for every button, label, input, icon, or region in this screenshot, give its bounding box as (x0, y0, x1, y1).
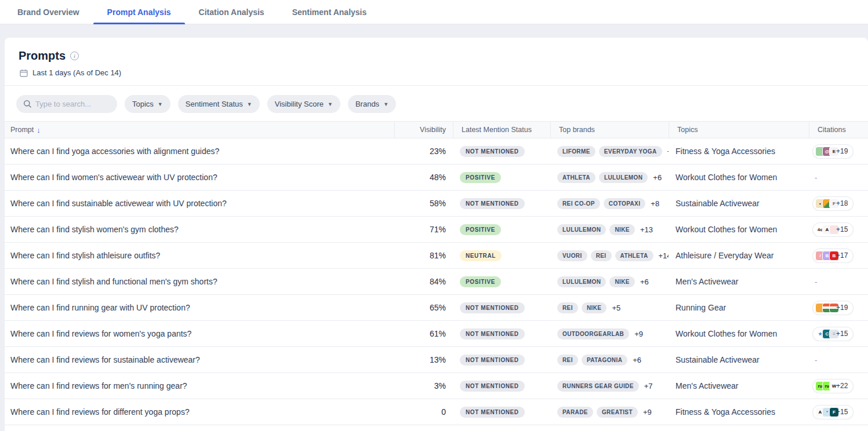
mention-status-badge: NOT MENTIONED (460, 381, 525, 392)
brands-more-count[interactable]: +6 (640, 277, 649, 286)
filter-dropdown-label: Visibility Score (275, 100, 324, 108)
table-row[interactable]: Where can I find stylish women's gym clo… (5, 217, 868, 243)
date-range-label: Last 1 days (As of Dec 14) (32, 68, 121, 77)
prompt-text[interactable]: Where can I find women's activewear with… (5, 173, 394, 182)
citations-cell: +19 (809, 301, 868, 315)
brand-pill[interactable]: REI (557, 302, 578, 313)
table-row[interactable]: Where can I find running gear with UV pr… (5, 295, 868, 321)
citations-cell: ★C≡+15 (809, 327, 868, 341)
mention-status-badge: POSITIVE (460, 224, 501, 235)
column-header-prompt[interactable]: Prompt ↓ (5, 122, 394, 138)
column-header-visibility[interactable]: Visibility (394, 122, 453, 138)
citations-more-count: +17 (836, 251, 848, 260)
brands-more-count[interactable]: +8 (651, 199, 659, 208)
citations-more-count: +15 (836, 330, 848, 338)
citations-pill[interactable]: /BB+17 (812, 249, 854, 263)
prompt-text[interactable]: Where can I find reviews for sustainable… (5, 355, 394, 364)
prompt-text[interactable]: Where can I find running gear with UV pr… (5, 303, 394, 312)
table-row[interactable]: Where can I find yoga accessories with a… (5, 138, 868, 165)
brands-more-count[interactable]: +6 (653, 173, 662, 182)
top-brands-cell: REI CO-OPCOTOPAXI+8 (550, 198, 669, 209)
top-brands-cell: OUTDOORGEARLAB+9 (550, 328, 669, 339)
brand-pill[interactable]: EVERYDAY YOGA (599, 146, 662, 157)
citations-pill[interactable]: +19 (812, 301, 854, 315)
brands-more-count[interactable]: +9 (643, 408, 652, 417)
brands-more-count[interactable]: +13 (640, 225, 653, 234)
table-row[interactable]: Where can I find reviews for different y… (5, 399, 868, 425)
brands-more-count[interactable]: +14 (659, 251, 669, 260)
brand-pill[interactable]: NIKE (609, 276, 635, 287)
brand-pill[interactable]: REI (591, 250, 612, 261)
prompt-text[interactable]: Where can I find sustainable activewear … (5, 199, 394, 208)
citations-pill[interactable]: 4oA+15 (812, 222, 854, 237)
brand-pill[interactable]: NIKE (582, 302, 607, 313)
citations-pill[interactable]: •F+18 (812, 196, 854, 211)
filter-dropdown-brands[interactable]: Brands▼ (348, 95, 396, 113)
brand-pill[interactable]: NIKE (609, 224, 635, 235)
citations-cell: 4oA+15 (809, 222, 868, 237)
brand-pill[interactable]: PARADE (557, 407, 593, 418)
citations-cell: ruruW+22 (809, 379, 868, 393)
column-header-citations[interactable]: Citations (809, 122, 868, 138)
brand-pill[interactable]: REI CO-OP (557, 198, 600, 209)
prompt-text[interactable]: Where can I find reviews for different y… (5, 407, 394, 417)
column-header-latest-mention-status[interactable]: Latest Mention Status (453, 122, 550, 138)
column-header-top-brands[interactable]: Top brands (550, 122, 669, 138)
brand-pill[interactable]: COTOPAXI (604, 198, 646, 209)
brands-more-count[interactable]: +5 (612, 304, 620, 312)
prompt-text[interactable]: Where can I find yoga accessories with a… (5, 147, 394, 156)
tab-prompt-analysis[interactable]: Prompt Analysis (93, 0, 185, 24)
chevron-down-icon: ▼ (328, 101, 333, 107)
brand-pill[interactable]: ATHLETA (615, 250, 653, 261)
table-row[interactable]: Where can I find reviews for women's yog… (5, 321, 868, 347)
brand-pill[interactable]: LULULEMON (557, 276, 606, 287)
status-cell: NOT MENTIONED (453, 354, 550, 366)
brand-pill[interactable]: LULULEMON (557, 224, 606, 235)
brand-pill[interactable]: REI (557, 355, 578, 366)
prompt-text[interactable]: Where can I find stylish and functional … (5, 277, 394, 286)
brand-pill[interactable]: PATAGONIA (582, 355, 627, 366)
info-icon[interactable]: i (70, 52, 79, 60)
brand-pill[interactable]: VUORI (557, 250, 587, 261)
brand-pill[interactable]: LIFORME (557, 146, 595, 157)
brands-more-count[interactable]: +6 (633, 356, 641, 364)
brands-more-count[interactable]: +9 (634, 330, 643, 338)
status-cell: NOT MENTIONED (453, 302, 550, 313)
table-row[interactable]: Where can I find reviews for sustainable… (5, 347, 868, 373)
prompt-text[interactable]: Where can I find stylish athleisure outf… (5, 251, 394, 260)
filter-dropdown-visibility-score[interactable]: Visibility Score▼ (267, 95, 340, 113)
filter-dropdown-topics[interactable]: Topics▼ (125, 95, 170, 113)
citations-pill[interactable]: @E+19 (812, 144, 854, 159)
table-row[interactable]: Where can I find stylish and functional … (5, 269, 868, 295)
prompt-text[interactable]: Where can I find reviews for women's yog… (5, 329, 394, 338)
mention-status-badge: NOT MENTIONED (460, 146, 525, 157)
sort-desc-icon[interactable]: ↓ (37, 126, 41, 134)
brand-pill[interactable]: LULULEMON (599, 172, 648, 183)
brand-pill[interactable]: OUTDOORGEARLAB (557, 328, 629, 339)
table-row[interactable]: Where can I find reviews for men's runni… (5, 373, 868, 399)
citations-pill[interactable]: A*F+15 (812, 405, 854, 419)
filter-dropdown-sentiment-status[interactable]: Sentiment Status▼ (178, 95, 260, 113)
citations-pill[interactable]: ruruW+22 (812, 379, 854, 393)
citations-pill[interactable]: ★C≡+15 (812, 327, 854, 341)
status-cell: POSITIVE (453, 224, 550, 235)
brands-more-count[interactable]: +7 (644, 382, 653, 390)
brand-pill[interactable]: GREATIST (597, 407, 638, 418)
chevron-down-icon: ▼ (247, 101, 252, 107)
table-row[interactable]: Where can I find stylish athleisure outf… (5, 243, 868, 269)
mention-status-badge: NOT MENTIONED (460, 355, 525, 366)
prompt-text[interactable]: Where can I find stylish women's gym clo… (5, 225, 394, 234)
prompt-text[interactable]: Where can I find reviews for men's runni… (5, 381, 394, 390)
tab-citation-analysis[interactable]: Citation Analysis (185, 0, 278, 24)
brand-pill[interactable]: RUNNERS GEAR GUIDE (557, 381, 639, 392)
tab-brand-overview[interactable]: Brand Overview (3, 0, 93, 24)
top-brands-cell: VUORIREIATHLETA+14 (550, 250, 669, 261)
topic-label: Men's Activewear (669, 381, 809, 390)
table-row[interactable]: Where can I find sustainable activewear … (5, 191, 868, 217)
column-header-topics[interactable]: Topics (669, 122, 809, 138)
brand-pill[interactable]: ATHLETA (557, 172, 595, 183)
table-row[interactable]: Where can I find women's activewear with… (5, 165, 868, 191)
top-brands-cell: REINIKE+5 (550, 302, 669, 313)
tab-sentiment-analysis[interactable]: Sentiment Analysis (278, 0, 381, 24)
visibility-value: 48% (394, 173, 453, 182)
